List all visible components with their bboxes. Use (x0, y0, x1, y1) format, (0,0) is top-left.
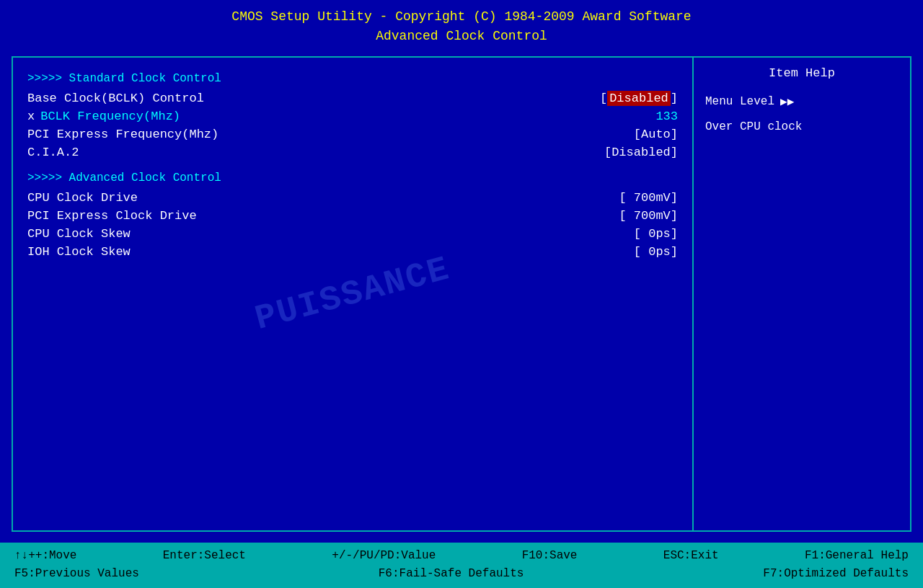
ioh-clock-skew-value: [ 0ps] (634, 245, 678, 259)
pci-express-clock-drive-value: [ 700mV] (619, 209, 678, 223)
ioh-clock-skew-label: IOH Clock Skew (27, 245, 131, 259)
footer-save: F10:Save (522, 547, 578, 566)
pci-express-freq-value: [Auto] (634, 128, 678, 141)
footer: ↑↓++:Move Enter:Select +/-/PU/PD:Value F… (0, 543, 923, 588)
cia2-value: [Disabled] (604, 146, 678, 159)
cpu-clock-skew-value: [ 0ps] (634, 227, 678, 241)
ioh-clock-skew-row[interactable]: IOH Clock Skew [ 0ps] (27, 243, 678, 261)
cia2-row[interactable]: C.I.A.2 [Disabled] (27, 143, 678, 161)
pci-express-clock-drive-label: PCI Express Clock Drive (27, 209, 197, 223)
bclk-frequency-label: BCLK Frequency(Mhz) (40, 110, 180, 123)
over-cpu-description: Over CPU clock (705, 120, 898, 133)
bclk-frequency-row[interactable]: x BCLK Frequency(Mhz) 133 (27, 107, 678, 125)
footer-value: +/-/PU/PD:Value (332, 547, 436, 566)
pci-express-freq-label: PCI Express Frequency(Mhz) (27, 128, 218, 141)
footer-row2: F5:Previous Values F6:Fail-Safe Defaults… (14, 565, 909, 584)
cpu-clock-drive-label: CPU Clock Drive (27, 191, 138, 205)
base-clock-disabled: Disabled (607, 91, 671, 106)
pci-express-clock-drive-row[interactable]: PCI Express Clock Drive [ 700mV] (27, 207, 678, 225)
footer-help: F1:General Help (805, 547, 909, 566)
header-line2: Advanced Clock Control (0, 27, 923, 46)
base-clock-label: Base Clock(BCLK) Control (27, 92, 204, 105)
cpu-clock-skew-row[interactable]: CPU Clock Skew [ 0ps] (27, 225, 678, 243)
cpu-clock-skew-label: CPU Clock Skew (27, 227, 131, 241)
base-clock-value: [Disabled] (600, 92, 678, 105)
item-help-title: Item Help (705, 66, 898, 80)
cpu-clock-drive-row[interactable]: CPU Clock Drive [ 700mV] (27, 189, 678, 207)
bclk-frequency-value: 133 (655, 110, 678, 123)
pci-express-freq-row[interactable]: PCI Express Frequency(Mhz) [Auto] (27, 125, 678, 143)
menu-level-label: Menu Level (705, 95, 774, 108)
watermark: PUISSANCE (251, 249, 454, 339)
cpu-clock-drive-value: [ 700mV] (619, 191, 678, 205)
footer-prev-values: F5:Previous Values (14, 565, 139, 584)
section2-header: >>>>> Advanced Clock Control (27, 172, 678, 184)
footer-exit: ESC:Exit (663, 547, 719, 566)
cia2-label: C.I.A.2 (27, 146, 79, 159)
footer-row1: ↑↓++:Move Enter:Select +/-/PU/PD:Value F… (14, 547, 909, 566)
menu-level-row: Menu Level ▶▶ (705, 94, 898, 109)
section1-header: >>>>> Standard Clock Control (27, 72, 678, 85)
footer-optimized: F7:Optimized Defaults (763, 565, 909, 584)
left-panel: >>>>> Standard Clock Control Base Clock(… (13, 58, 694, 530)
footer-failsafe: F6:Fail-Safe Defaults (379, 565, 524, 584)
base-clock-row[interactable]: Base Clock(BCLK) Control [Disabled] (27, 89, 678, 107)
main-container: >>>>> Standard Clock Control Base Clock(… (12, 56, 911, 532)
footer-move: ↑↓++:Move (14, 547, 76, 566)
footer-select: Enter:Select (163, 547, 246, 566)
right-panel: Item Help Menu Level ▶▶ Over CPU clock (694, 58, 910, 530)
bclk-x-prefix: x (27, 110, 35, 123)
header-line1: CMOS Setup Utility - Copyright (C) 1984-… (0, 7, 923, 27)
menu-level-arrows: ▶▶ (780, 94, 794, 109)
header: CMOS Setup Utility - Copyright (C) 1984-… (0, 0, 923, 50)
